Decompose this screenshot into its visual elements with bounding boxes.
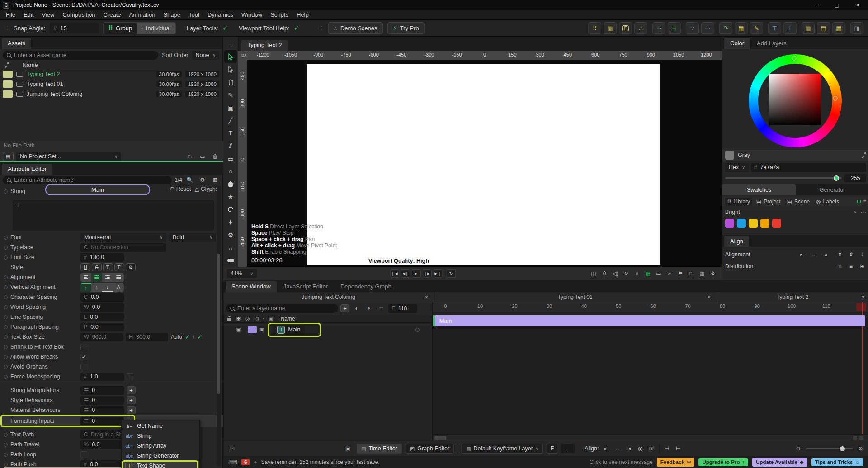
text-box-width-input[interactable]: W600.0 [80, 333, 123, 341]
string-value-input[interactable]: Main [45, 184, 150, 195]
display-icon[interactable]: ◫ [589, 269, 599, 278]
valign-baseline-button[interactable]: A [113, 283, 124, 292]
notification-badge[interactable]: 6 [241, 459, 250, 465]
avoid-orphans-checkbox[interactable] [80, 364, 87, 370]
style-behaviours-field[interactable]: ☰0 [80, 396, 124, 405]
blue-dots-icon[interactable]: ⋯ [701, 22, 714, 34]
select-tool[interactable] [224, 50, 237, 63]
style-settings-gear-icon[interactable]: ⚙ [126, 263, 136, 271]
timeline1-title[interactable]: Typing Text 01 [557, 294, 592, 300]
tips-tricks-chip[interactable]: Tips and Tricks☼ [811, 458, 863, 466]
color-swatch[interactable] [760, 219, 769, 228]
character-spacing-input[interactable]: C0.0 [80, 293, 124, 302]
asset-search-input[interactable]: Enter an Asset name [3, 51, 158, 60]
formatting-inputs-field[interactable]: ☰0 [80, 417, 124, 425]
tab-scene-window[interactable]: Scene Window [226, 281, 277, 292]
list-view-icon[interactable]: ≡ [863, 199, 866, 205]
zoom-dropdown[interactable]: 41%∨ [227, 269, 257, 278]
monitor-active-icon[interactable]: ▦ [643, 269, 653, 278]
play-button[interactable]: ▶ [412, 269, 421, 278]
kf-grid-icon[interactable]: ⊞ [647, 445, 655, 452]
tab-attribute-editor[interactable]: Attribute Editor [2, 164, 52, 175]
camera-toolbar-icon[interactable]: ◨ [850, 22, 863, 34]
loop-button[interactable]: ↻ [447, 269, 456, 278]
clear-search-icon[interactable]: ⊠ [210, 176, 220, 184]
hue-marker[interactable] [792, 56, 797, 61]
trim-out-icon[interactable]: ⊢ [674, 445, 682, 452]
attr-scrollbar[interactable] [217, 186, 221, 466]
add-style-behaviour-button[interactable]: + [127, 396, 136, 404]
saturation-value-box[interactable] [769, 74, 821, 125]
menu-item-get-name[interactable]: ♟= Get Name [122, 421, 199, 431]
frame-count-field[interactable]: F118 [388, 304, 417, 313]
snap-grid-icon[interactable]: # [632, 269, 642, 278]
shrink-checkbox[interactable] [80, 344, 87, 350]
menu-item-text-shape[interactable]: T Text Shape [122, 461, 199, 468]
sparkle-tool[interactable] [224, 216, 237, 228]
filter-settings-icon[interactable]: ⚙ [198, 176, 208, 184]
close-button[interactable]: ✕ [847, 0, 868, 10]
menu-item[interactable]: Create [99, 11, 125, 18]
menu-item-string-array[interactable]: ab≡ String Array [122, 441, 199, 451]
menu-item[interactable]: Scripts [266, 11, 292, 18]
tab-dependency-graph[interactable]: Dependency Graph [335, 281, 397, 292]
kf-align-right-icon[interactable]: ⇥ [625, 445, 632, 452]
asset-name[interactable]: Jumping Text Coloring [27, 91, 153, 97]
strikethrough-button[interactable]: S [92, 263, 102, 271]
superscript-button[interactable]: T' [114, 263, 124, 271]
ellipse-tool[interactable]: ○ [224, 165, 237, 178]
asset-color-swatch[interactable] [3, 80, 13, 88]
text-box-height-input[interactable]: H300.0 [126, 333, 168, 341]
layer-row-main[interactable]: ▣ T Main [224, 323, 432, 336]
columns-icon[interactable]: ▥ [802, 22, 815, 34]
swatch-group-name[interactable]: Bright [725, 209, 740, 215]
close-timeline2-icon[interactable]: ✕ [861, 294, 865, 300]
color-swatch[interactable] [725, 219, 734, 228]
playhead-flag[interactable] [856, 303, 866, 311]
sort-order-dropdown[interactable]: None∨ [192, 51, 219, 60]
menu-item-string[interactable]: abc String [122, 431, 199, 441]
menu-item[interactable]: Dynamics [203, 11, 237, 18]
align-bottom-edge-icon[interactable]: ⇓ [859, 251, 866, 258]
status-message[interactable]: Save reminder: 152 minutes since your la… [261, 459, 380, 465]
hex-mode-dropdown[interactable]: Hex∨ [725, 163, 749, 172]
align-left-button[interactable] [80, 273, 91, 282]
subscript-button[interactable]: T, [103, 263, 113, 271]
valign-top-button[interactable]: ↑ [80, 283, 91, 292]
distribute-h-icon[interactable]: ≡ [836, 263, 844, 269]
viewport-tool-help-check-icon[interactable]: ✓ [294, 24, 299, 32]
font-weight-dropdown[interactable]: Bold∨ [169, 233, 216, 242]
add-material-behaviour-button[interactable]: + [127, 406, 136, 414]
tab-viewport-typing-text-2[interactable]: Typing Text 2 [241, 40, 288, 51]
rectangle-tool[interactable]: ▭ [224, 152, 237, 165]
word-spacing-input[interactable]: W0.0 [80, 303, 124, 312]
connection-dot[interactable] [4, 325, 8, 329]
maximize-button[interactable]: ▢ [826, 0, 847, 10]
reset-button[interactable]: ↶Reset [170, 185, 191, 192]
time-editor-toggle[interactable]: ▤ Time Editor [357, 444, 402, 454]
update-available-chip[interactable]: Update Available◆ [752, 458, 807, 467]
color-picker-eyedropper-icon[interactable] [861, 152, 866, 158]
valign-middle-button[interactable]: ↕ [91, 283, 102, 292]
zoom-in-icon[interactable]: ⊕ [857, 445, 864, 452]
menu-item[interactable]: Tool [184, 11, 203, 18]
tab-generator[interactable]: Generator [796, 184, 868, 195]
capsule-tool[interactable] [224, 254, 237, 267]
add-string-manipulator-button[interactable]: + [127, 386, 136, 394]
star-tool[interactable]: ★ [224, 190, 237, 203]
table-icon[interactable]: ▦ [735, 22, 748, 34]
text-tool[interactable]: T [224, 127, 237, 139]
hex-value-input[interactable]: #7a7a7a [751, 163, 866, 172]
prev-frame-button[interactable]: ◀❘ [401, 269, 410, 278]
connection-dot[interactable] [4, 315, 8, 319]
graph-editor-toggle[interactable]: ◩ Graph Editor [406, 444, 454, 454]
layer-name-cell[interactable]: T Main [273, 325, 304, 335]
menu-item[interactable]: Window [237, 11, 266, 18]
tab-align[interactable]: Align [724, 236, 749, 247]
grid-view-icon[interactable]: ⊞ [857, 199, 861, 205]
attrib-search-input[interactable]: Enter an Attribute name [3, 176, 172, 184]
layer-connection-dot[interactable] [415, 328, 420, 332]
asset-color-swatch[interactable] [3, 90, 13, 98]
search-next-icon[interactable]: 🔍 [185, 176, 195, 184]
monitor-icon[interactable]: ▭ [198, 152, 208, 161]
